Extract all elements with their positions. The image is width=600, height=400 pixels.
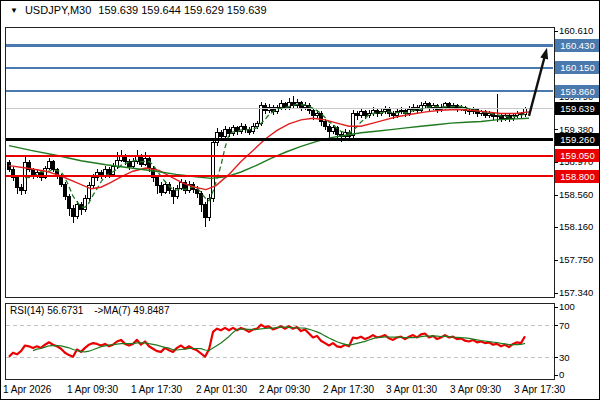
trading-chart-window: ▼ USDJPY,M30 159.639 159.644 159.629 159… xyxy=(0,0,600,400)
time-axis-label: 3 Apr 17:30 xyxy=(514,384,565,395)
price-axis-label: 158.560 xyxy=(559,189,593,201)
rsi-ma-value-label: ->MA(7) 49.8487 xyxy=(94,305,169,316)
time-axis-label: 1 Apr 17:30 xyxy=(131,384,182,395)
price-level-badge-current-price: 159.639 xyxy=(555,102,600,115)
price-axis-label: 158.160 xyxy=(559,221,593,233)
chart-canvas[interactable] xyxy=(1,1,600,400)
rsi-axis-label: 70 xyxy=(559,320,570,332)
chart-dropdown-icon[interactable]: ▼ xyxy=(10,5,18,16)
price-level-badge-resistance: 159.860 xyxy=(555,85,600,98)
price-level-badge-resistance: 160.430 xyxy=(555,39,600,52)
time-axis-label: 1 Apr 2026 xyxy=(3,384,51,395)
price-axis-label: 160.610 xyxy=(559,25,593,37)
price-level-badge-support: 159.260 xyxy=(555,133,600,146)
rsi-indicator-label: RSI(14) 56.6731 ->MA(7) 49.8487 xyxy=(10,305,170,316)
time-axis-label: 1 Apr 09:30 xyxy=(67,384,118,395)
time-axis-label: 2 Apr 09:30 xyxy=(259,384,310,395)
price-axis-label: 157.750 xyxy=(559,254,593,266)
price-level-badge-resistance: 160.150 xyxy=(555,61,600,74)
time-axis-label: 3 Apr 01:30 xyxy=(386,384,437,395)
time-axis-label: 2 Apr 17:30 xyxy=(323,384,374,395)
time-axis-label: 2 Apr 01:30 xyxy=(196,384,247,395)
rsi-value-label: RSI(14) 56.6731 xyxy=(10,305,83,316)
rsi-axis-label: 30 xyxy=(559,352,570,364)
time-axis-label: 3 Apr 09:30 xyxy=(450,384,501,395)
price-level-badge-support: 158.800 xyxy=(555,170,600,183)
price-axis-label: 157.340 xyxy=(559,287,593,299)
rsi-axis-label: 100 xyxy=(559,301,575,313)
chart-title-bar: ▼ USDJPY,M30 159.639 159.644 159.629 159… xyxy=(10,4,267,16)
rsi-axis-label: 0 xyxy=(559,369,564,381)
chart-symbol-title: USDJPY,M30 xyxy=(25,4,91,16)
chart-ohlc-quotes: 159.639 159.644 159.629 159.639 xyxy=(98,4,266,16)
price-level-badge-support: 159.050 xyxy=(555,149,600,162)
